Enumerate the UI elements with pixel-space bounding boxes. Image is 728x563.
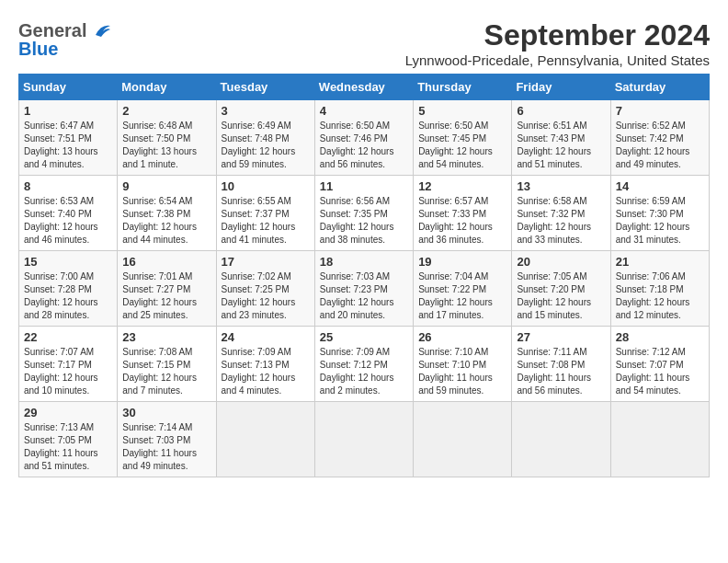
logo: General Blue	[18, 18, 112, 60]
day-number: 6	[517, 104, 605, 118]
day-cell-3-4: 26Sunrise: 7:10 AMSunset: 7:10 PMDayligh…	[414, 327, 512, 402]
header-wednesday: Wednesday	[314, 75, 413, 100]
day-info: Sunrise: 7:14 AMSunset: 7:03 PMDaylight:…	[122, 421, 210, 473]
title-section: September 2024 Lynnwood-Pricedale, Penns…	[405, 18, 710, 68]
day-number: 3	[222, 104, 310, 118]
day-info: Sunrise: 6:57 AMSunset: 7:33 PMDaylight:…	[418, 195, 506, 247]
day-info: Sunrise: 7:01 AMSunset: 7:27 PMDaylight:…	[122, 270, 210, 322]
day-info: Sunrise: 7:10 AMSunset: 7:10 PMDaylight:…	[418, 346, 506, 397]
day-number: 14	[616, 179, 704, 193]
day-cell-0-5: 6Sunrise: 6:51 AMSunset: 7:43 PMDaylight…	[512, 100, 610, 176]
day-info: Sunrise: 6:50 AMSunset: 7:45 PMDaylight:…	[418, 120, 506, 171]
day-cell-4-2	[216, 402, 314, 477]
day-cell-2-1: 16Sunrise: 7:01 AMSunset: 7:27 PMDayligh…	[118, 251, 216, 327]
day-number: 25	[320, 330, 408, 344]
week-row-4: 22Sunrise: 7:07 AMSunset: 7:17 PMDayligh…	[19, 327, 710, 402]
day-number: 28	[616, 330, 704, 344]
week-row-2: 8Sunrise: 6:53 AMSunset: 7:40 PMDaylight…	[19, 176, 710, 251]
day-cell-3-2: 24Sunrise: 7:09 AMSunset: 7:13 PMDayligh…	[216, 327, 314, 402]
day-cell-2-4: 19Sunrise: 7:04 AMSunset: 7:22 PMDayligh…	[414, 251, 512, 327]
day-cell-2-6: 21Sunrise: 7:06 AMSunset: 7:18 PMDayligh…	[610, 251, 709, 327]
header-thursday: Thursday	[414, 75, 512, 100]
day-cell-0-0: 1Sunrise: 6:47 AMSunset: 7:51 PMDaylight…	[19, 100, 118, 176]
week-row-1: 1Sunrise: 6:47 AMSunset: 7:51 PMDaylight…	[19, 100, 710, 176]
day-info: Sunrise: 6:55 AMSunset: 7:37 PMDaylight:…	[222, 195, 310, 247]
day-cell-4-1: 30Sunrise: 7:14 AMSunset: 7:03 PMDayligh…	[118, 402, 216, 477]
day-info: Sunrise: 6:54 AMSunset: 7:38 PMDaylight:…	[122, 195, 210, 247]
day-number: 4	[320, 104, 408, 118]
day-info: Sunrise: 6:47 AMSunset: 7:51 PMDaylight:…	[24, 120, 112, 171]
day-info: Sunrise: 7:04 AMSunset: 7:22 PMDaylight:…	[418, 270, 506, 322]
main-title: September 2024	[405, 18, 710, 52]
day-info: Sunrise: 6:56 AMSunset: 7:35 PMDaylight:…	[320, 195, 408, 247]
day-number: 30	[122, 406, 210, 419]
day-info: Sunrise: 7:00 AMSunset: 7:28 PMDaylight:…	[24, 270, 112, 322]
day-number: 27	[517, 330, 605, 344]
day-info: Sunrise: 7:03 AMSunset: 7:23 PMDaylight:…	[320, 270, 408, 322]
day-info: Sunrise: 7:07 AMSunset: 7:17 PMDaylight:…	[24, 346, 112, 397]
day-cell-4-6	[610, 402, 709, 477]
day-cell-3-3: 25Sunrise: 7:09 AMSunset: 7:12 PMDayligh…	[314, 327, 413, 402]
day-cell-3-5: 27Sunrise: 7:11 AMSunset: 7:08 PMDayligh…	[512, 327, 610, 402]
day-number: 21	[616, 255, 704, 269]
day-info: Sunrise: 6:52 AMSunset: 7:42 PMDaylight:…	[616, 120, 704, 171]
calendar-header: Sunday Monday Tuesday Wednesday Thursday…	[19, 75, 710, 100]
day-info: Sunrise: 6:48 AMSunset: 7:50 PMDaylight:…	[122, 120, 210, 171]
subtitle: Lynnwood-Pricedale, Pennsylvania, United…	[405, 52, 710, 68]
day-cell-0-3: 4Sunrise: 6:50 AMSunset: 7:46 PMDaylight…	[314, 100, 413, 176]
day-cell-4-5	[512, 402, 610, 477]
day-number: 5	[418, 104, 506, 118]
calendar-body: 1Sunrise: 6:47 AMSunset: 7:51 PMDaylight…	[19, 100, 710, 477]
header: General Blue September 2024 Lynnwood-Pri…	[18, 18, 710, 68]
day-info: Sunrise: 7:09 AMSunset: 7:13 PMDaylight:…	[222, 346, 310, 397]
week-row-5: 29Sunrise: 7:13 AMSunset: 7:05 PMDayligh…	[19, 402, 710, 477]
day-info: Sunrise: 7:12 AMSunset: 7:07 PMDaylight:…	[616, 346, 704, 397]
day-info: Sunrise: 6:51 AMSunset: 7:43 PMDaylight:…	[517, 120, 605, 171]
logo-bird-icon	[88, 18, 112, 42]
day-info: Sunrise: 7:11 AMSunset: 7:08 PMDaylight:…	[517, 346, 605, 397]
day-number: 1	[24, 104, 112, 118]
day-number: 20	[517, 255, 605, 269]
day-number: 19	[418, 255, 506, 269]
day-number: 17	[222, 255, 310, 269]
calendar-table: Sunday Monday Tuesday Wednesday Thursday…	[18, 74, 710, 477]
header-saturday: Saturday	[610, 75, 709, 100]
day-cell-2-0: 15Sunrise: 7:00 AMSunset: 7:28 PMDayligh…	[19, 251, 118, 327]
day-cell-4-4	[414, 402, 512, 477]
day-cell-2-5: 20Sunrise: 7:05 AMSunset: 7:20 PMDayligh…	[512, 251, 610, 327]
day-cell-0-6: 7Sunrise: 6:52 AMSunset: 7:42 PMDaylight…	[610, 100, 709, 176]
day-info: Sunrise: 7:08 AMSunset: 7:15 PMDaylight:…	[122, 346, 210, 397]
header-monday: Monday	[118, 75, 216, 100]
header-sunday: Sunday	[19, 75, 118, 100]
day-cell-2-3: 18Sunrise: 7:03 AMSunset: 7:23 PMDayligh…	[314, 251, 413, 327]
day-number: 23	[122, 330, 210, 344]
day-cell-1-0: 8Sunrise: 6:53 AMSunset: 7:40 PMDaylight…	[19, 176, 118, 251]
day-number: 16	[122, 255, 210, 269]
day-number: 8	[24, 179, 112, 193]
day-cell-1-6: 14Sunrise: 6:59 AMSunset: 7:30 PMDayligh…	[610, 176, 709, 251]
day-cell-3-1: 23Sunrise: 7:08 AMSunset: 7:15 PMDayligh…	[118, 327, 216, 402]
day-number: 18	[320, 255, 408, 269]
week-row-3: 15Sunrise: 7:00 AMSunset: 7:28 PMDayligh…	[19, 251, 710, 327]
day-info: Sunrise: 6:53 AMSunset: 7:40 PMDaylight:…	[24, 195, 112, 247]
day-number: 24	[222, 330, 310, 344]
day-number: 15	[24, 255, 112, 269]
day-info: Sunrise: 7:13 AMSunset: 7:05 PMDaylight:…	[24, 421, 112, 473]
header-tuesday: Tuesday	[216, 75, 314, 100]
day-number: 11	[320, 179, 408, 193]
day-number: 7	[616, 104, 704, 118]
days-row: Sunday Monday Tuesday Wednesday Thursday…	[19, 75, 710, 100]
day-number: 2	[122, 104, 210, 118]
day-cell-1-1: 9Sunrise: 6:54 AMSunset: 7:38 PMDaylight…	[118, 176, 216, 251]
day-info: Sunrise: 6:59 AMSunset: 7:30 PMDaylight:…	[616, 195, 704, 247]
day-info: Sunrise: 6:49 AMSunset: 7:48 PMDaylight:…	[222, 120, 310, 171]
day-cell-1-5: 13Sunrise: 6:58 AMSunset: 7:32 PMDayligh…	[512, 176, 610, 251]
day-cell-1-2: 10Sunrise: 6:55 AMSunset: 7:37 PMDayligh…	[216, 176, 314, 251]
day-cell-1-4: 12Sunrise: 6:57 AMSunset: 7:33 PMDayligh…	[414, 176, 512, 251]
logo-blue-text: Blue	[18, 39, 58, 60]
day-info: Sunrise: 7:02 AMSunset: 7:25 PMDaylight:…	[222, 270, 310, 322]
day-cell-0-2: 3Sunrise: 6:49 AMSunset: 7:48 PMDaylight…	[216, 100, 314, 176]
day-info: Sunrise: 6:50 AMSunset: 7:46 PMDaylight:…	[320, 120, 408, 171]
day-info: Sunrise: 7:09 AMSunset: 7:12 PMDaylight:…	[320, 346, 408, 397]
day-number: 26	[418, 330, 506, 344]
